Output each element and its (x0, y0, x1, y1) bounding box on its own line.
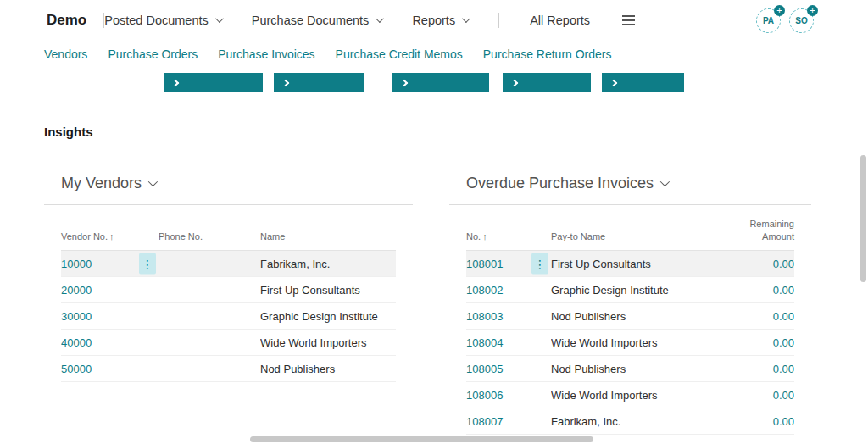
subnav-link-vendors[interactable]: Vendors (44, 47, 87, 61)
cell: Fabrikam, Inc. (551, 415, 716, 428)
chevron-down-icon (660, 176, 670, 186)
cell: 108003 (466, 303, 551, 329)
menu-label: Posted Documents (104, 14, 209, 27)
record-link[interactable]: 108007 (466, 415, 503, 428)
table-row[interactable]: 108007Fabrikam, Inc.0.00 (466, 408, 794, 435)
subnav-link-purchase-credit-memos[interactable]: Purchase Credit Memos (336, 47, 463, 61)
insights-cards: My Vendors Vendor No.↑Phone No.Name 1000… (44, 161, 824, 435)
top-menu-posted-documents[interactable]: Posted Documents (104, 14, 221, 27)
cell: Nod Publishers (551, 363, 716, 375)
insights-heading: Insights (44, 125, 868, 139)
subnav: VendorsPurchase OrdersPurchase InvoicesP… (0, 41, 868, 68)
table-row[interactable]: 108002Graphic Design Institute0.00 (466, 277, 794, 303)
avatar-pa[interactable]: PA+ (756, 8, 781, 33)
add-badge-icon: + (807, 5, 818, 16)
action-tile[interactable] (602, 73, 684, 92)
record-link[interactable]: 20000 (61, 284, 92, 297)
cell: Wide World Importers (551, 389, 716, 402)
column-header-no[interactable]: No.↑ (466, 230, 551, 242)
record-link[interactable]: 40000 (61, 336, 92, 349)
top-menu-reports[interactable]: Reports (412, 14, 468, 27)
chevron-down-icon (148, 176, 158, 186)
column-header-pay-to-name[interactable]: Pay-to Name (551, 230, 716, 242)
my-vendors-card: My Vendors Vendor No.↑Phone No.Name 1000… (44, 161, 413, 382)
menu-divider (498, 13, 499, 28)
cell: 0.00 (716, 363, 794, 375)
hamburger-icon[interactable] (619, 12, 638, 29)
cell: 108001⋮ (466, 251, 551, 276)
chevron-right-icon (172, 79, 179, 86)
column-header-phone-no[interactable]: Phone No. (159, 230, 260, 242)
cell: 108007 (466, 408, 551, 434)
cell: 0.00 (716, 310, 794, 323)
table-row[interactable]: 30000Graphic Design Institute (61, 303, 396, 330)
table-row[interactable]: 108005Nod Publishers0.00 (466, 356, 794, 382)
cell: 0.00 (716, 336, 794, 349)
top-menu-purchase-documents[interactable]: Purchase Documents (252, 14, 382, 27)
cell: 0.00 (716, 284, 794, 297)
record-link[interactable]: 108006 (466, 389, 503, 402)
card-title-row[interactable]: My Vendors (44, 161, 413, 205)
amount-link[interactable]: 0.00 (773, 310, 794, 323)
table-row[interactable]: 108004Wide World Importers0.00 (466, 330, 794, 356)
subnav-link-purchase-return-orders[interactable]: Purchase Return Orders (483, 47, 612, 61)
record-link[interactable]: 30000 (61, 310, 92, 323)
column-header-vendor-no[interactable]: Vendor No.↑ (61, 230, 159, 242)
column-header-name[interactable]: Name (260, 230, 396, 242)
avatar-group: PA+SO+ (756, 8, 814, 33)
table-row[interactable]: 40000Wide World Importers (61, 330, 396, 356)
table-row[interactable]: 108001⋮First Up Consultants0.00 (466, 251, 794, 277)
table-row[interactable]: 108003Nod Publishers0.00 (466, 303, 794, 330)
card-title-row[interactable]: Overdue Purchase Invoices (449, 161, 811, 205)
sort-ascending-icon: ↑ (109, 230, 114, 242)
overdue-purchase-invoices-card: Overdue Purchase Invoices No.↑Pay-to Nam… (449, 161, 811, 435)
amount-link[interactable]: 0.00 (773, 389, 794, 402)
subnav-link-purchase-orders[interactable]: Purchase Orders (108, 47, 198, 61)
record-link[interactable]: 50000 (61, 363, 92, 375)
column-header-remaining-amount[interactable]: Remaining Amount (716, 218, 794, 242)
cell: 108005 (466, 356, 551, 381)
cell: Graphic Design Institute (260, 310, 396, 323)
record-link[interactable]: 108003 (466, 310, 503, 323)
chevron-right-icon (282, 79, 289, 86)
chevron-down-icon (462, 14, 470, 23)
record-link[interactable]: 108004 (466, 336, 503, 349)
sort-ascending-icon: ↑ (482, 230, 487, 242)
record-link[interactable]: 10000 (61, 258, 92, 270)
cell: First Up Consultants (260, 284, 396, 297)
row-options-button[interactable]: ⋮ (139, 253, 156, 275)
horizontal-scrollbar[interactable] (250, 436, 593, 442)
amount-link[interactable]: 0.00 (773, 336, 794, 349)
vertical-scrollbar[interactable] (860, 155, 866, 282)
table-row[interactable]: 108006Wide World Importers0.00 (466, 382, 794, 408)
action-tile[interactable] (164, 73, 263, 92)
top-menus: Posted DocumentsPurchase DocumentsReport… (104, 13, 590, 28)
amount-link[interactable]: 0.00 (773, 415, 794, 428)
action-tile[interactable] (274, 73, 364, 92)
avatar-so[interactable]: SO+ (789, 8, 814, 33)
cell: 50000 (61, 356, 159, 381)
record-link[interactable]: 108002 (466, 284, 503, 297)
table-body: 10000⋮Fabrikam, Inc.20000First Up Consul… (61, 251, 396, 382)
menu-label: Purchase Documents (252, 14, 370, 27)
table-row[interactable]: 50000Nod Publishers (61, 356, 396, 382)
avatar-initials: SO (795, 16, 807, 25)
subnav-link-purchase-invoices[interactable]: Purchase Invoices (218, 47, 314, 61)
amount-link[interactable]: 0.00 (773, 284, 794, 297)
amount-link[interactable]: 0.00 (773, 258, 794, 270)
row-options-button[interactable]: ⋮ (531, 253, 548, 275)
record-link[interactable]: 108001 (466, 258, 503, 270)
cell: First Up Consultants (551, 258, 716, 270)
amount-link[interactable]: 0.00 (773, 363, 794, 375)
cell: 0.00 (716, 389, 794, 402)
app-brand[interactable]: Demo (47, 12, 86, 29)
table-row[interactable]: 20000First Up Consultants (61, 277, 396, 303)
action-tiles (0, 73, 868, 92)
cell: 0.00 (716, 415, 794, 428)
action-tile[interactable] (392, 73, 489, 92)
table-row[interactable]: 10000⋮Fabrikam, Inc. (61, 251, 396, 277)
chevron-down-icon (215, 14, 224, 23)
record-link[interactable]: 108005 (466, 363, 503, 375)
top-menu-all-reports[interactable]: All Reports (530, 14, 590, 27)
action-tile[interactable] (503, 73, 591, 92)
